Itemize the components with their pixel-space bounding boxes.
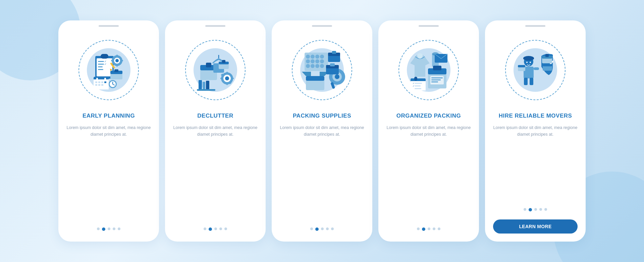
svg-rect-26 [104, 81, 106, 83]
svg-point-68 [315, 64, 319, 68]
svg-rect-3 [98, 61, 104, 62]
dot [219, 227, 222, 230]
dot-active[interactable] [102, 227, 105, 231]
svg-rect-92 [431, 81, 438, 82]
svg-rect-2 [101, 54, 108, 59]
svg-rect-25 [101, 81, 103, 83]
svg-text:✓: ✓ [413, 82, 415, 84]
svg-rect-49 [226, 83, 228, 85]
svg-rect-100 [415, 88, 421, 89]
card-desc-declutter: Lorem ipsum dolor sit dim amet, mea regi… [173, 124, 258, 221]
svg-rect-24 [98, 81, 100, 83]
svg-rect-107 [534, 67, 539, 70]
card-packing-supplies: PACKING SUPPLIES Lorem ipsum dolor sit d… [272, 20, 372, 242]
svg-rect-6 [98, 69, 103, 70]
svg-rect-4 [98, 64, 104, 65]
card-desc-hire-reliable-movers: Lorem ipsum dolor sit dim amet, mea regi… [493, 124, 578, 202]
dot [214, 227, 217, 230]
svg-rect-78 [306, 76, 324, 81]
svg-point-67 [311, 64, 315, 68]
svg-point-65 [320, 59, 324, 63]
dot [118, 227, 120, 230]
illustration-hire-reliable-movers [498, 33, 572, 107]
svg-rect-44 [197, 89, 215, 91]
card-declutter: DECLUTTER Lorem ipsum dolor sit dim amet… [165, 20, 266, 242]
card-title-early-planning: EARLY PLANNING [83, 112, 135, 120]
card-desc-organized-packing: Lorem ipsum dolor sit dim amet, mea regi… [386, 124, 471, 221]
svg-rect-81 [330, 63, 335, 66]
svg-text:✓: ✓ [104, 63, 107, 66]
dot [326, 227, 329, 230]
dot [204, 227, 206, 230]
svg-point-118 [530, 62, 531, 63]
dots-row-1 [97, 227, 120, 231]
svg-rect-91 [431, 79, 441, 80]
svg-rect-23 [95, 81, 97, 83]
svg-rect-18 [114, 69, 118, 72]
dot-active[interactable] [422, 227, 425, 231]
illustration-packing-supplies [285, 33, 359, 107]
illustration-early-planning: ✓ ✓ [72, 33, 146, 107]
dots-row-2 [204, 227, 227, 231]
svg-point-64 [315, 59, 319, 63]
svg-rect-56 [222, 60, 225, 63]
dot [417, 227, 420, 230]
svg-rect-13 [116, 65, 118, 67]
svg-rect-27 [95, 84, 97, 86]
svg-rect-98 [415, 85, 421, 86]
dot-active[interactable] [529, 208, 532, 211]
svg-point-59 [311, 55, 315, 59]
svg-rect-114 [545, 54, 549, 57]
svg-rect-42 [203, 82, 205, 89]
svg-point-60 [315, 55, 319, 59]
svg-point-82 [417, 53, 423, 59]
svg-rect-72 [332, 51, 336, 54]
dot [433, 227, 435, 230]
svg-point-11 [115, 59, 119, 62]
svg-rect-88 [433, 66, 441, 70]
dot-active[interactable] [315, 227, 319, 231]
dot-active[interactable] [209, 227, 212, 231]
dot [331, 227, 334, 230]
dot [428, 227, 430, 230]
illustration-organized-packing: ✓ ✓ [392, 33, 466, 107]
svg-rect-48 [226, 72, 228, 74]
svg-point-69 [320, 64, 324, 68]
svg-point-47 [225, 76, 229, 80]
dots-row-3 [310, 227, 334, 231]
learn-more-button[interactable]: LEARN MORE [493, 219, 578, 234]
svg-rect-109 [530, 78, 533, 85]
card-desc-early-planning: Lorem ipsum dolor sit dim amet, mea regi… [66, 124, 151, 221]
illustration-declutter [178, 33, 252, 107]
svg-rect-22 [104, 78, 106, 81]
svg-point-62 [306, 59, 310, 63]
card-organized-packing: ✓ ✓ ORGANIZED PACKING Lorem ipsum dolor … [378, 20, 479, 242]
dot [224, 227, 227, 230]
svg-point-58 [306, 55, 310, 59]
svg-point-117 [526, 62, 528, 63]
svg-rect-12 [116, 55, 118, 57]
dot [539, 208, 542, 211]
svg-rect-28 [98, 84, 100, 86]
svg-point-63 [311, 59, 315, 63]
svg-rect-90 [431, 77, 443, 78]
declutter-icon [192, 47, 239, 93]
card-title-declutter: DECLUTTER [197, 112, 233, 120]
dot [108, 227, 110, 230]
dot [321, 227, 324, 230]
svg-rect-51 [231, 78, 234, 79]
card-desc-packing-supplies: Lorem ipsum dolor sit dim amet, mea regi… [280, 124, 364, 221]
svg-rect-104 [523, 58, 534, 59]
svg-rect-50 [220, 78, 223, 79]
svg-rect-108 [524, 78, 528, 85]
card-title-organized-packing: ORGANIZED PACKING [396, 112, 461, 120]
dot [438, 227, 440, 230]
svg-rect-15 [121, 60, 123, 61]
svg-rect-14 [111, 60, 113, 61]
organized-packing-icon: ✓ ✓ [405, 47, 452, 93]
svg-rect-43 [206, 81, 209, 89]
dots-row-4 [417, 227, 440, 231]
svg-rect-116 [543, 64, 552, 66]
packing-supplies-icon [299, 47, 345, 93]
svg-rect-111 [518, 65, 525, 67]
